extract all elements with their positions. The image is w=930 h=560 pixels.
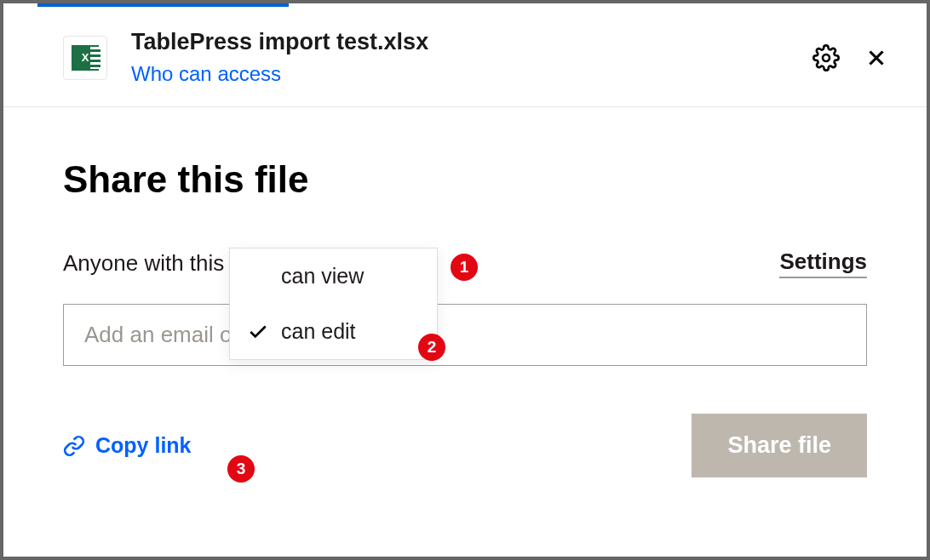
share-title: Share this file: [63, 158, 867, 201]
excel-icon: X: [72, 45, 99, 71]
annotation-badge-1: 1: [451, 254, 478, 281]
file-title: TablePress import test.xlsx: [131, 29, 428, 55]
link-icon: [63, 435, 85, 457]
dropdown-item-label: can view: [281, 264, 364, 289]
file-icon-excel: X: [63, 36, 107, 80]
dropdown-item-can-edit[interactable]: can edit: [230, 304, 437, 359]
permission-dropdown: can view can edit: [229, 248, 438, 360]
who-can-access-link[interactable]: Who can access: [131, 62, 281, 85]
footer-row: Copy link Share file: [63, 414, 867, 477]
check-icon: [247, 321, 278, 343]
share-modal: X TablePress import test.xlsx Who can ac…: [3, 3, 927, 557]
dropdown-item-label: can edit: [281, 319, 356, 344]
modal-header: X TablePress import test.xlsx Who can ac…: [3, 3, 927, 107]
copy-link-label: Copy link: [95, 433, 192, 458]
modal-body: Share this file Anyone with this link: c…: [3, 107, 927, 511]
annotation-badge-3: 3: [227, 455, 255, 483]
header-actions: [812, 44, 889, 71]
email-input[interactable]: [63, 304, 867, 366]
close-icon[interactable]: [864, 45, 889, 71]
file-info: TablePress import test.xlsx Who can acce…: [131, 29, 428, 86]
share-file-button[interactable]: Share file: [692, 414, 867, 477]
svg-point-0: [823, 54, 830, 61]
settings-gear-icon[interactable]: [812, 44, 840, 71]
dropdown-item-can-view[interactable]: can view: [230, 249, 437, 304]
copy-link-button[interactable]: Copy link: [63, 433, 192, 458]
settings-link[interactable]: Settings: [779, 249, 867, 278]
annotation-badge-2: 2: [418, 334, 445, 361]
